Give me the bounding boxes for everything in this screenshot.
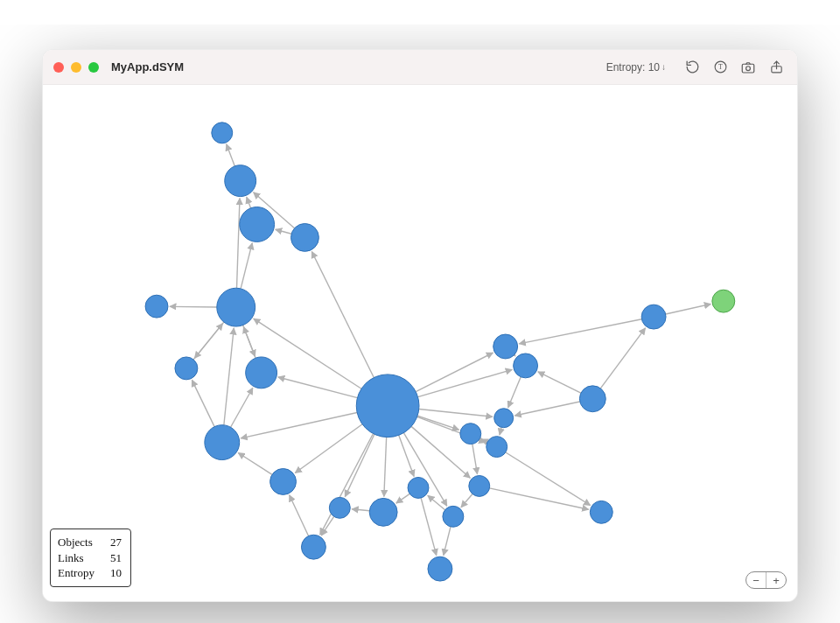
zoom-control: − + bbox=[746, 571, 787, 589]
refresh-button[interactable] bbox=[682, 57, 703, 78]
svg-rect-2 bbox=[742, 64, 754, 73]
graph-node[interactable] bbox=[175, 357, 198, 380]
graph-node[interactable] bbox=[270, 469, 297, 495]
graph-edge bbox=[276, 229, 291, 234]
stats-panel: Objects 27 Links 51 Entropy 10 bbox=[50, 528, 131, 587]
camera-icon bbox=[740, 60, 756, 75]
stats-entropy-label: Entropy bbox=[58, 565, 103, 581]
graph-edge bbox=[227, 144, 235, 166]
graph-edge bbox=[399, 435, 414, 476]
window-controls bbox=[53, 62, 99, 73]
graph-edge bbox=[421, 498, 437, 556]
graph-canvas[interactable]: Objects 27 Links 51 Entropy 10 − + bbox=[43, 85, 797, 601]
zoom-window-button[interactable] bbox=[88, 62, 99, 73]
graph-edge bbox=[241, 413, 357, 438]
titlebar: MyApp.dSYM Entropy: 10 ↓ T bbox=[43, 50, 797, 85]
graph-node[interactable] bbox=[428, 556, 452, 581]
info-button[interactable]: T bbox=[710, 57, 731, 78]
graph-edge bbox=[519, 319, 641, 344]
graph-edge bbox=[600, 328, 645, 388]
graph-node[interactable] bbox=[514, 354, 538, 378]
graph-node[interactable] bbox=[494, 409, 514, 428]
refresh-icon bbox=[685, 60, 700, 74]
graph-edge bbox=[345, 434, 374, 496]
graph-edge bbox=[396, 494, 410, 503]
graph-edge bbox=[489, 488, 588, 509]
stats-entropy-value: 10 bbox=[110, 565, 122, 581]
graph-node[interactable] bbox=[205, 425, 240, 460]
stats-objects-value: 27 bbox=[110, 535, 122, 550]
zoom-out-button[interactable]: − bbox=[746, 572, 766, 588]
graph-edge bbox=[472, 444, 478, 473]
graph-node[interactable] bbox=[486, 437, 508, 458]
graph-node[interactable] bbox=[301, 535, 326, 559]
graph-node[interactable] bbox=[469, 475, 490, 496]
graph-edge bbox=[170, 306, 217, 307]
graph-svg bbox=[43, 85, 797, 601]
stats-objects-label: Objects bbox=[58, 535, 103, 550]
snapshot-button[interactable] bbox=[738, 57, 759, 78]
entropy-label-text: Entropy: 10 bbox=[606, 61, 660, 74]
graph-edge bbox=[193, 324, 222, 360]
app-window: MyApp.dSYM Entropy: 10 ↓ T bbox=[42, 49, 798, 602]
graph-node[interactable] bbox=[369, 498, 397, 526]
graph-edge bbox=[237, 199, 240, 289]
graph-edge bbox=[417, 416, 458, 430]
graph-edge bbox=[312, 251, 374, 377]
graph-edge bbox=[514, 402, 579, 416]
graph-node[interactable] bbox=[217, 288, 256, 326]
graph-edge bbox=[290, 495, 309, 536]
graph-edge bbox=[247, 197, 251, 208]
graph-node[interactable] bbox=[246, 357, 277, 388]
svg-text:T: T bbox=[718, 63, 723, 71]
graph-node[interactable] bbox=[443, 506, 464, 527]
graph-edge bbox=[241, 243, 252, 289]
minimize-window-button[interactable] bbox=[71, 62, 81, 73]
svg-point-3 bbox=[746, 66, 751, 70]
window-title: MyApp.dSYM bbox=[111, 60, 184, 74]
graph-edge bbox=[295, 424, 362, 473]
graph-edge bbox=[506, 452, 591, 505]
graph-node[interactable] bbox=[240, 207, 275, 242]
info-icon: T bbox=[713, 60, 728, 74]
graph-edge bbox=[444, 527, 451, 556]
graph-edge bbox=[538, 372, 581, 393]
graph-node[interactable] bbox=[212, 122, 233, 144]
graph-node[interactable] bbox=[712, 290, 735, 312]
stats-links-label: Links bbox=[58, 550, 103, 566]
share-icon bbox=[769, 60, 784, 74]
graph-edge bbox=[500, 427, 501, 435]
graph-edge bbox=[461, 494, 472, 508]
graph-node[interactable] bbox=[641, 304, 666, 329]
graph-edge bbox=[352, 509, 369, 511]
graph-edge bbox=[384, 438, 387, 497]
graph-edge bbox=[666, 304, 711, 314]
graph-node[interactable] bbox=[291, 223, 319, 251]
graph-node[interactable] bbox=[225, 165, 256, 197]
graph-node[interactable] bbox=[579, 386, 606, 412]
graph-edge bbox=[192, 380, 214, 426]
graph-edge bbox=[224, 328, 234, 425]
share-button[interactable] bbox=[766, 57, 787, 78]
close-window-button[interactable] bbox=[53, 62, 64, 73]
graph-edge bbox=[238, 452, 272, 474]
graph-edge bbox=[243, 326, 256, 358]
graph-edge bbox=[419, 410, 493, 417]
graph-node[interactable] bbox=[590, 500, 612, 523]
graph-node[interactable] bbox=[460, 424, 481, 444]
graph-node[interactable] bbox=[329, 497, 350, 518]
graph-node[interactable] bbox=[145, 295, 168, 318]
zoom-in-button[interactable]: + bbox=[766, 572, 786, 588]
entropy-dropdown[interactable]: Entropy: 10 ↓ bbox=[606, 61, 666, 74]
graph-node[interactable] bbox=[408, 477, 429, 498]
stats-links-value: 51 bbox=[110, 550, 122, 566]
graph-node[interactable] bbox=[494, 334, 518, 359]
graph-edge bbox=[278, 377, 358, 398]
graph-node[interactable] bbox=[356, 374, 419, 438]
sort-arrow-icon: ↓ bbox=[662, 63, 666, 72]
graph-edge bbox=[508, 377, 522, 408]
graph-edge bbox=[231, 388, 253, 427]
